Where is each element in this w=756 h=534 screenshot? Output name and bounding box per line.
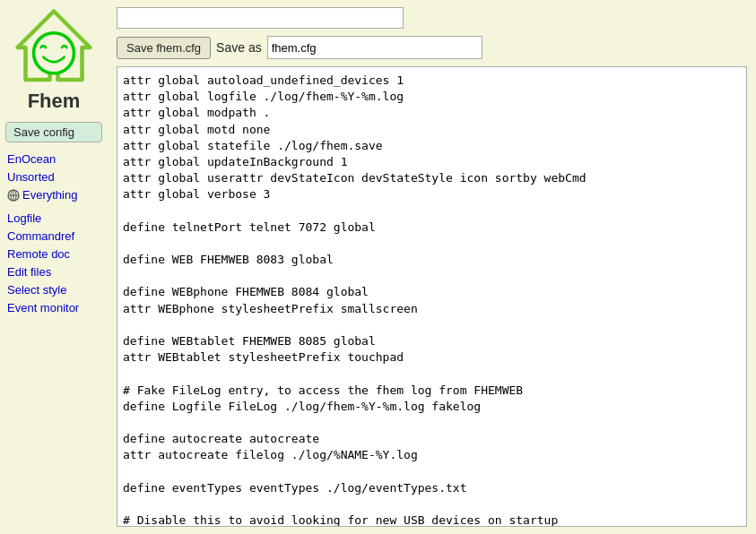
logo-container: Fhem [5,7,102,113]
save-fhem-cfg-button[interactable]: Save fhem.cfg [117,37,211,59]
sidebar-item-eventmonitor-label: Event monitor [7,301,79,314]
main-content: Save fhem.cfg Save as [108,0,756,534]
sidebar-item-logfile[interactable]: Logfile [5,211,43,226]
sidebar-item-editfiles-label: Edit files [7,265,51,279]
search-input[interactable] [117,7,404,29]
app-title: Fhem [28,90,81,113]
sidebar-item-unsorted-label: Unsorted [7,170,55,184]
sidebar-item-editfiles[interactable]: Edit files [5,264,53,280]
sidebar-item-enocean[interactable]: EnOcean [5,151,57,167]
sidebar-item-everything[interactable]: Everything [5,187,79,202]
save-config-button[interactable]: Save config [5,122,102,142]
globe-icon [7,189,20,202]
save-as-label: Save as [216,40,262,55]
sidebar-item-eventmonitor[interactable]: Event monitor [5,300,81,315]
sidebar-item-commandref-label: Commandref [7,229,74,243]
sidebar-item-unsorted[interactable]: Unsorted [5,169,56,185]
logo-icon [13,7,94,88]
sidebar-item-enocean-label: EnOcean [7,152,56,166]
editor-container [117,66,747,527]
sidebar-item-logfile-label: Logfile [7,211,41,225]
sidebar-item-remotedoc[interactable]: Remote doc [5,246,72,262]
sidebar-item-everything-label: Everything [22,188,77,202]
sidebar-item-remotedoc-label: Remote doc [7,247,70,261]
filename-input[interactable] [267,36,482,59]
config-textarea[interactable] [117,66,747,527]
sidebar-item-selectstyle-label: Select style [7,283,66,297]
svg-point-1 [34,33,74,73]
sidebar-item-commandref[interactable]: Commandref [5,228,76,244]
toolbar: Save fhem.cfg Save as [117,36,747,59]
sidebar: Fhem Save config EnOcean Unsorted Everyt… [0,0,108,534]
sidebar-item-selectstyle[interactable]: Select style [5,282,68,297]
search-bar [117,7,747,29]
